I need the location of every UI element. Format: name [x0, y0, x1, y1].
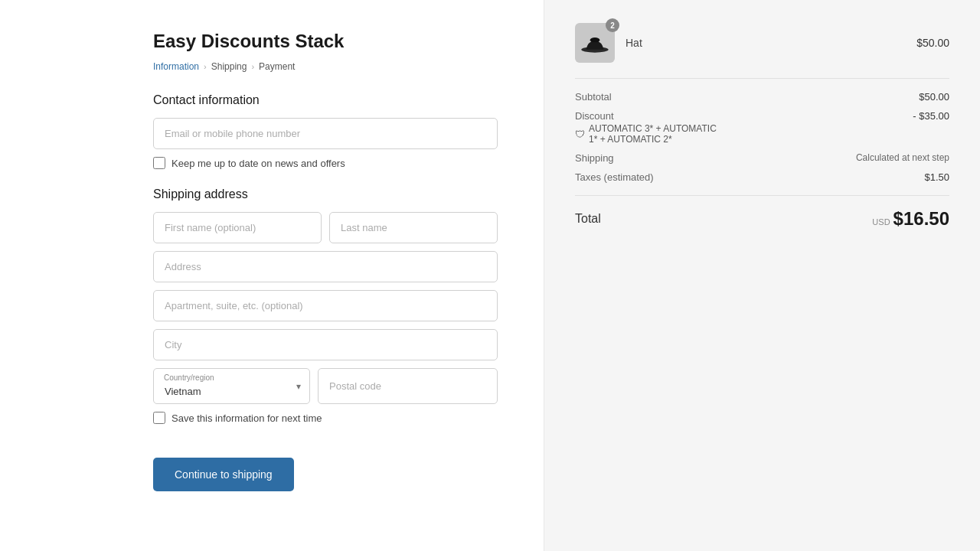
name-row	[153, 212, 498, 243]
first-name-input[interactable]	[153, 212, 322, 243]
shipping-row: Shipping Calculated at next step	[575, 152, 949, 164]
country-select[interactable]: Vietnam	[153, 368, 310, 404]
discount-row: Discount 🛡 AUTOMATIC 3* + AUTOMATIC 1* +…	[575, 110, 949, 145]
total-value-wrapper: USD $16.50	[872, 208, 949, 230]
shipping-label: Shipping	[575, 152, 614, 164]
item-price: $50.00	[916, 37, 949, 49]
continue-to-shipping-button[interactable]: Continue to shipping	[153, 458, 294, 491]
shipping-value: Calculated at next step	[856, 152, 949, 163]
item-quantity-badge: 2	[606, 18, 619, 32]
apartment-input-group	[153, 290, 498, 321]
breadcrumb: Information › Shipping › Payment	[153, 61, 498, 72]
address-input[interactable]	[153, 251, 498, 282]
breadcrumb-information[interactable]: Information	[153, 61, 199, 72]
breadcrumb-shipping: Shipping	[211, 61, 247, 72]
newsletter-row: Keep me up to date on news and offers	[153, 157, 498, 169]
save-info-checkbox[interactable]	[153, 412, 165, 424]
taxes-row: Taxes (estimated) $1.50	[575, 171, 949, 183]
breadcrumb-sep-1: ›	[204, 62, 207, 71]
total-label: Total	[575, 212, 601, 226]
order-summary-panel: 2 Hat $50.00 Subtotal $50.00 Discount 🛡 …	[544, 0, 980, 551]
taxes-label: Taxes (estimated)	[575, 171, 654, 183]
apartment-input[interactable]	[153, 290, 498, 321]
discount-tags: 🛡 AUTOMATIC 3* + AUTOMATIC 1* + AUTOMATI…	[575, 123, 727, 145]
email-input[interactable]	[153, 118, 498, 149]
save-info-row: Save this information for next time	[153, 412, 498, 424]
checkout-form-panel: Easy Discounts Stack Information › Shipp…	[0, 0, 544, 551]
discount-value: - $35.00	[913, 110, 949, 122]
svg-point-1	[590, 37, 600, 42]
postal-code-input[interactable]	[318, 368, 498, 404]
newsletter-checkbox[interactable]	[153, 157, 165, 169]
address-input-group	[153, 251, 498, 282]
city-input-group	[153, 329, 498, 360]
total-currency: USD	[872, 217, 890, 227]
newsletter-label[interactable]: Keep me up to date on news and offers	[172, 158, 345, 169]
country-select-wrapper: Country/region Vietnam ▾	[153, 368, 310, 404]
breadcrumb-sep-2: ›	[251, 62, 254, 71]
city-input[interactable]	[153, 329, 498, 360]
total-amount: $16.50	[893, 208, 949, 230]
store-title: Easy Discounts Stack	[153, 31, 498, 52]
hat-icon	[580, 32, 609, 54]
email-input-group	[153, 118, 498, 149]
divider-1	[575, 78, 949, 79]
shipping-section-label: Shipping address	[153, 187, 498, 201]
subtotal-label: Subtotal	[575, 91, 612, 103]
discount-tags-text: AUTOMATIC 3* + AUTOMATIC 1* + AUTOMATIC …	[589, 123, 727, 145]
contact-section-label: Contact information	[153, 93, 498, 107]
total-row: Total USD $16.50	[575, 208, 949, 230]
item-name: Hat	[626, 37, 906, 49]
divider-2	[575, 195, 949, 196]
breadcrumb-payment: Payment	[259, 61, 295, 72]
item-image-wrapper: 2	[575, 23, 615, 63]
country-postal-row: Country/region Vietnam ▾	[153, 368, 498, 404]
shield-icon: 🛡	[575, 129, 585, 140]
taxes-value: $1.50	[924, 171, 949, 183]
discount-label: Discount	[575, 110, 727, 122]
save-info-label[interactable]: Save this information for next time	[172, 412, 322, 424]
order-item-hat: 2 Hat $50.00	[575, 23, 949, 63]
subtotal-row: Subtotal $50.00	[575, 91, 949, 103]
last-name-input[interactable]	[329, 212, 498, 243]
subtotal-value: $50.00	[919, 91, 949, 103]
